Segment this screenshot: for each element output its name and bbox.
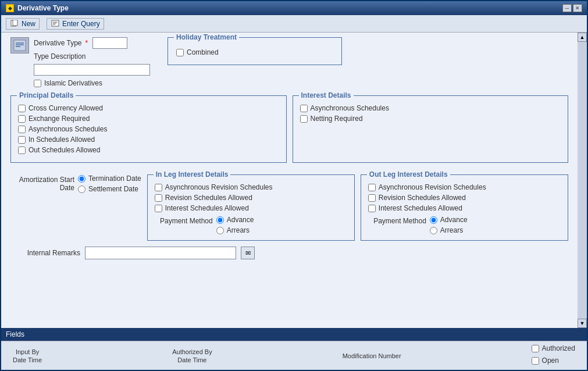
minimize-button[interactable]: ─ [562, 4, 572, 12]
async-schedules-interest-row: Asynchronous Schedules [300, 104, 561, 112]
out-payment-radio-group: Advance Arrears [430, 216, 468, 234]
islamic-derivatives-checkbox[interactable] [34, 80, 41, 87]
in-schedules-checkbox[interactable] [18, 136, 26, 144]
new-label: New [22, 20, 35, 28]
remarks-icon: ✉ [245, 249, 251, 257]
open-checkbox[interactable] [532, 357, 539, 365]
file-icon[interactable] [10, 37, 29, 53]
principal-details-title: Principal Details [17, 91, 76, 99]
holiday-treatment-title: Holiday Treatment [174, 33, 239, 41]
new-button[interactable]: New [6, 18, 40, 30]
out-schedules-checkbox[interactable] [18, 147, 26, 154]
in-payment-radio-group: Advance Arrears [216, 216, 254, 234]
in-revision-allowed-checkbox[interactable] [155, 194, 162, 202]
in-async-revision-checkbox[interactable] [155, 184, 162, 191]
input-by-label: Input By [16, 348, 39, 355]
out-revision-allowed-row: Revision Schedules Allowed [368, 194, 561, 202]
in-advance-row: Advance [216, 216, 254, 224]
authorized-checkbox[interactable] [532, 345, 539, 352]
scroll-up-arrow[interactable]: ▲ [578, 33, 587, 42]
netting-required-label: Netting Required [311, 115, 363, 123]
authorized-row: Authorized [532, 344, 575, 352]
out-leg-section: Out Leg Interest Details Asynchronous Re… [361, 174, 568, 241]
toolbar: New Enter Query [1, 15, 587, 33]
in-arrears-row: Arrears [216, 226, 254, 234]
title-bar-left: ◆ Derivative Type [6, 4, 69, 12]
required-marker: * [85, 39, 88, 47]
exchange-required-row: Exchange Required [18, 115, 279, 123]
main-window: ◆ Derivative Type ─ ✕ New Enter Query [0, 0, 588, 371]
footer-bar: Input By Date Time Authorized By Date Ti… [1, 341, 587, 370]
in-arrears-radio[interactable] [216, 227, 224, 234]
enter-query-button[interactable]: Enter Query [47, 18, 104, 30]
in-revision-allowed-row: Revision Schedules Allowed [155, 194, 347, 202]
in-async-revision-row: Asynchronous Revision Schedules [155, 183, 347, 191]
derivative-type-input[interactable] [92, 37, 127, 49]
interest-details-section: Interest Details Asynchronous Schedules … [293, 95, 569, 163]
internal-remarks-button[interactable]: ✉ [241, 247, 255, 259]
out-payment-method-label: Payment Method [368, 216, 426, 225]
async-schedules-interest-label: Asynchronous Schedules [311, 104, 389, 112]
netting-required-row: Netting Required [300, 115, 561, 123]
cross-currency-label: Cross Currency Allowed [28, 104, 103, 112]
authorized-by-date: Date Time [177, 356, 206, 363]
interest-details-title: Interest Details [299, 91, 354, 99]
scrollbar[interactable]: ▲ ▼ [578, 33, 587, 328]
out-schedules-label: Out Schedules Allowed [28, 146, 100, 154]
new-icon [10, 20, 19, 28]
type-description-input[interactable] [34, 64, 150, 76]
title-bar: ◆ Derivative Type ─ ✕ [1, 1, 587, 15]
async-schedules-principal-label: Asynchronous Schedules [28, 125, 107, 133]
in-arrears-label: Arrears [227, 226, 250, 234]
netting-required-checkbox[interactable] [300, 115, 308, 123]
async-schedules-principal-row: Asynchronous Schedules [18, 125, 279, 133]
modification-number-label: Modification Number [343, 352, 401, 359]
auth-status-col: Authorized Open [532, 344, 575, 367]
scroll-down-arrow[interactable]: ▼ [578, 319, 587, 328]
in-interest-schedules-checkbox[interactable] [155, 205, 162, 212]
in-advance-radio[interactable] [216, 216, 224, 224]
termination-date-radio[interactable] [78, 175, 85, 183]
termination-date-row: Termination Date [78, 174, 141, 183]
out-interest-schedules-label: Interest Schedules Allowed [379, 204, 462, 212]
settlement-date-radio[interactable] [78, 186, 85, 193]
open-label: Open [542, 356, 559, 365]
cross-currency-checkbox[interactable] [18, 105, 26, 112]
amortization-radio-group: Termination Date Settlement Date [78, 174, 141, 193]
window-icon: ◆ [6, 4, 14, 12]
in-leg-title: In Leg Interest Details [154, 170, 231, 179]
out-advance-radio[interactable] [430, 216, 437, 224]
in-payment-method-label: Payment Method [155, 216, 213, 225]
combined-checkbox-row: Combined [176, 48, 333, 56]
derivative-type-row: Derivative Type * [34, 37, 150, 49]
in-leg-section: In Leg Interest Details Asynchronous Rev… [147, 174, 355, 241]
settlement-date-label: Settlement Date [88, 185, 138, 193]
in-async-revision-label: Asynchronous Revision Schedules [165, 183, 273, 191]
close-button[interactable]: ✕ [573, 4, 582, 12]
svg-rect-6 [14, 40, 26, 51]
async-schedules-interest-checkbox[interactable] [300, 105, 308, 112]
out-revision-allowed-checkbox[interactable] [368, 194, 376, 202]
window-title: Derivative Type [17, 4, 69, 12]
out-interest-schedules-checkbox[interactable] [368, 205, 376, 212]
in-interest-schedules-label: Interest Schedules Allowed [165, 204, 249, 212]
async-schedules-principal-checkbox[interactable] [18, 126, 26, 133]
exchange-required-checkbox[interactable] [18, 115, 26, 123]
query-icon [51, 20, 60, 28]
derivative-type-label: Derivative Type [34, 39, 81, 47]
title-controls: ─ ✕ [562, 4, 582, 12]
out-arrears-radio[interactable] [430, 227, 437, 234]
internal-remarks-section: Internal Remarks ✉ [10, 247, 568, 259]
out-async-revision-label: Asynchronous Revision Schedules [379, 183, 486, 191]
authorized-by-label: Authorized By [172, 348, 212, 355]
in-advance-label: Advance [227, 216, 254, 224]
type-description-label: Type Description [34, 52, 85, 60]
out-async-revision-checkbox[interactable] [368, 184, 376, 191]
internal-remarks-input[interactable] [85, 247, 236, 259]
fields-bar[interactable]: Fields [1, 328, 587, 341]
type-description-row: Type Description [34, 52, 150, 60]
combined-checkbox[interactable] [176, 49, 184, 56]
svg-rect-1 [13, 20, 17, 26]
input-by-col: Input By Date Time [13, 348, 42, 363]
out-interest-schedules-row: Interest Schedules Allowed [368, 204, 561, 212]
